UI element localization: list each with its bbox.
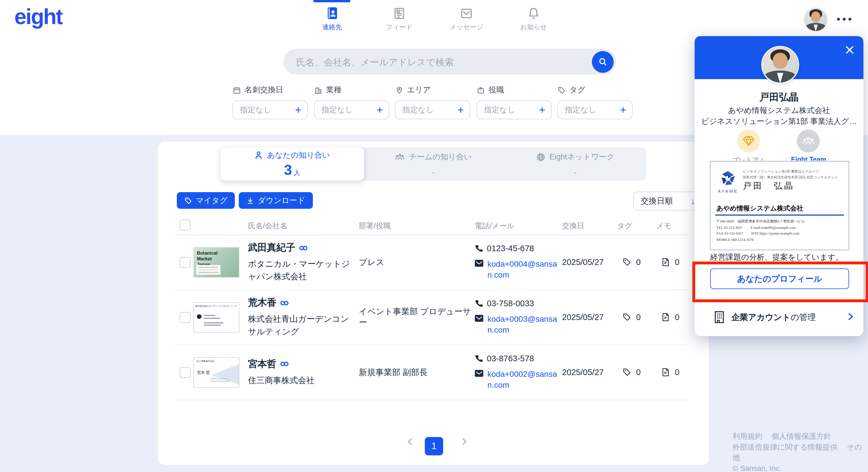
filter-exchange-date: 名刺交換日 指定なし+ [232,85,308,119]
footer-link-external[interactable]: 外部送信規律に関する情報提供 [733,442,838,451]
contact-phone: 03-8763-578 [487,354,534,363]
profile-badges: プレミアム Eight Team [694,130,863,165]
contact-name[interactable]: 宮本哲 [248,358,276,370]
card-name: 戸田 弘晶 [743,181,795,192]
nav-tab-contacts[interactable]: 連絡先 [299,0,366,37]
tag-icon [622,258,631,267]
download-button[interactable]: ダウンロード [239,192,313,209]
search-button[interactable] [592,51,614,72]
phone-icon [475,244,483,252]
filter-value: 指定なし [321,105,353,115]
nav-tab-messages[interactable]: メッセージ [433,0,500,37]
business-card-thumbnail[interactable]: 住三商事株式会社 宮本 哲 [193,357,239,388]
profile-company: あやめ情報システム株式会社 [694,105,863,116]
ayame-logo: AYAME [716,169,739,194]
tab-your-contacts[interactable]: あなたの知り合い 3人 [220,147,364,181]
filter-value: 指定なし [240,105,271,115]
plus-icon: + [377,104,383,115]
tag-icon [184,196,192,204]
page-current[interactable]: 1 [425,437,443,456]
contact-email[interactable]: koda+0004@sansan.com [487,259,561,280]
row-checkbox[interactable] [180,312,191,323]
close-icon[interactable] [844,44,856,56]
briefcase-icon [476,86,485,94]
contact-name[interactable]: 武田真紀子 [248,242,296,255]
tab-eight-network[interactable]: Eightネットワーク - [504,147,646,181]
plus-icon: + [620,104,626,115]
download-icon [246,196,254,204]
filter-area-select[interactable]: 指定なし+ [395,100,470,119]
phone-icon [475,355,483,363]
profile-role: ビジネスソリューション第1部 事業法人グ… [694,116,863,127]
company-account-row[interactable]: 企業アカウントの管理 [694,298,863,336]
filter-label: 業種 [326,85,342,95]
globe-icon [536,152,546,162]
footer: 利用規約個人情報保護方針 外部送信規律に関する情報提供その他 © Sansan,… [733,431,868,472]
nav-tab-notifications[interactable]: お知らせ [500,0,567,37]
contact-name[interactable]: 荒木香 [248,297,276,309]
envelope-icon [475,315,484,322]
filter-exchange-date-select[interactable]: 指定なし+ [232,100,308,119]
select-all-checkbox[interactable] [180,220,191,231]
tab-team-contacts[interactable]: チームの知り合い - [363,147,505,181]
nav-tab-label: メッセージ [450,23,483,32]
next-page-icon[interactable] [459,437,468,446]
filter-title-select[interactable]: 指定なし+ [476,100,552,119]
footer-link-privacy[interactable]: 個人情報保護方針 [772,432,831,440]
avatar-photo [763,47,798,82]
memo-count: 0 [675,258,679,267]
memo-icon [662,368,670,377]
contact-count-unit: 人 [293,168,300,177]
card-underline [715,214,844,216]
contact-email[interactable]: koda+0003@sansan.com [487,314,561,336]
mytag-button[interactable]: マイタグ [177,192,235,209]
col-tag: タグ [617,221,632,231]
row-checkbox[interactable] [180,257,191,268]
profile-avatar[interactable] [761,46,799,84]
nav-tab-label: お知らせ [520,23,547,32]
download-label: ダウンロード [258,195,305,206]
calendar-icon [232,86,241,94]
table-row[interactable]: BotanicalMarketJapan 武田真紀子 ボタニカル・マーケットジャ… [158,235,709,290]
filter-label: 名刺交換日 [245,85,283,95]
account-label-bold: 企業アカウント [732,312,790,322]
contact-card-icon [324,5,340,21]
business-card-thumbnail[interactable]: BotanicalMarketJapan [193,247,239,278]
sort-selector[interactable]: 交換日順 ↓AZ [633,192,705,210]
bell-icon [526,5,541,21]
contact-dept: イベント事業部 プロデューサー [359,290,474,345]
nav-tab-feed[interactable]: フィード [366,0,433,37]
filter-industry-select[interactable]: 指定なし+ [314,100,389,119]
search-input[interactable] [295,49,567,76]
tag-count: 0 [636,368,641,377]
building-icon [314,86,322,94]
avatar-photo [804,8,827,31]
table-row[interactable]: 株式会社青山ガーデンコンサルティング 荒木香 株式会社青山ガーデンコンサルティン… [158,290,709,345]
memo-icon [662,312,670,322]
tag-count: 0 [636,312,641,322]
tab-label: チームの知り合い [409,152,472,162]
filter-area: エリア 指定なし+ [395,85,470,119]
contact-email[interactable]: koda+0002@sansan.com [487,369,561,391]
sort-label: 交換日順 [641,196,673,206]
user-avatar[interactable] [804,7,828,32]
business-card-thumbnail[interactable]: 株式会社青山ガーデンコンサルティング [193,302,239,333]
tag-count: 0 [636,258,641,267]
prev-page-icon[interactable] [406,437,415,446]
filter-tag-select[interactable]: 指定なし+ [557,100,632,119]
contact-company: 住三商事株式会社 [248,374,356,386]
col-contact: 電話/メール [475,221,515,231]
eight-team-badge: Eight Team [791,130,826,165]
filter-tag: タグ 指定なし+ [557,85,632,119]
footer-link-terms[interactable]: 利用規約 [733,432,763,440]
contact-phone: 0123-45-678 [487,244,534,253]
more-menu-icon[interactable] [837,18,851,21]
eight-logo[interactable]: eight [14,5,62,29]
top-bar: eight 連絡先 フィード メッセージ [0,0,868,39]
contact-count: 3 [284,162,292,178]
my-business-card[interactable]: AYAME ビジネスソリューション第1部 事業法人グループ 部長代理（財）東京経… [710,161,849,250]
table-row[interactable]: 住三商事株式会社 宮本 哲 宮本哲 住三商事株式会社 新規事業部 副部長 03-… [158,345,709,400]
team-icon[interactable] [797,130,820,153]
your-profile-button[interactable]: あなたのプロフィール [710,268,849,289]
row-checkbox[interactable] [180,367,191,378]
